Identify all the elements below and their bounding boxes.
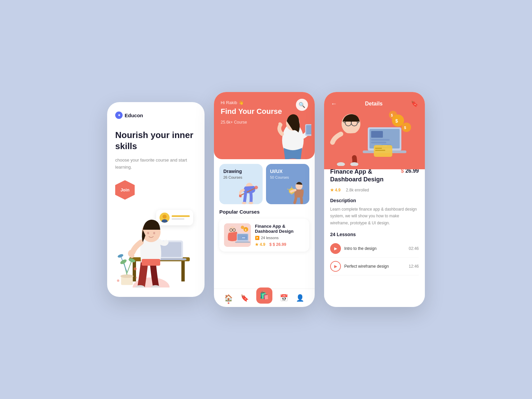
detail-body: Finance App & Dashboard Design $ 26.99 ★… bbox=[324, 161, 425, 307]
calendar-icon: 📅 bbox=[280, 294, 288, 302]
lessons-list: ▶ Intro to the design 02:46 ▶ Perfect wi… bbox=[330, 240, 419, 275]
svg-text:$: $ bbox=[395, 118, 398, 124]
svg-rect-39 bbox=[291, 194, 293, 195]
course-lessons: ▶️ 24 lessons bbox=[255, 236, 305, 240]
play-button-2[interactable]: ▶ bbox=[330, 261, 341, 272]
nav-shop[interactable]: 🛍️ bbox=[256, 287, 272, 304]
play-icon-1: ▶ bbox=[334, 246, 337, 251]
drawing-name: Drawing bbox=[223, 169, 259, 174]
phone-courses: Hi Rakib 👋 Find Your Course 25.6k+ Cours… bbox=[214, 92, 315, 307]
svg-rect-65 bbox=[371, 139, 390, 141]
illustration-area bbox=[115, 207, 196, 287]
svg-point-20 bbox=[120, 259, 127, 265]
nav-calendar[interactable]: 📅 bbox=[280, 294, 288, 302]
svg-point-36 bbox=[249, 202, 253, 204]
svg-text:$: $ bbox=[245, 228, 247, 231]
svg-line-18 bbox=[127, 262, 131, 273]
phone-details: ← Details 🔖 bbox=[324, 92, 425, 307]
phone-onboarding: ✦ Educon Nourish your inner skills choos… bbox=[107, 102, 205, 297]
course-info: Finance App & Dashboard Design ▶️ 24 les… bbox=[255, 224, 305, 247]
svg-text:$: $ bbox=[404, 126, 406, 130]
phones-container: ✦ Educon Nourish your inner skills choos… bbox=[107, 92, 425, 307]
course-name: Finance App & Dashboard Design bbox=[255, 224, 305, 234]
logo-text: Educon bbox=[125, 113, 143, 118]
svg-point-53 bbox=[241, 226, 244, 229]
description-heading: Description bbox=[330, 198, 419, 203]
header-person bbox=[274, 105, 311, 159]
svg-point-74 bbox=[389, 111, 397, 119]
svg-rect-66 bbox=[371, 142, 386, 143]
svg-rect-78 bbox=[375, 150, 385, 151]
lesson-item-2: ▶ Perfect wireframe design 12:46 bbox=[330, 258, 419, 275]
svg-point-24 bbox=[117, 279, 119, 282]
plant-decoration bbox=[115, 247, 139, 287]
detail-rating: ★ 4.9 bbox=[330, 188, 341, 192]
profile-icon: 👤 bbox=[296, 294, 304, 302]
price-value: $ $ 26.99 bbox=[269, 242, 286, 247]
subtitle: choose your favorite course and start le… bbox=[115, 157, 196, 171]
svg-point-35 bbox=[242, 202, 247, 204]
popular-title: Popular Courses bbox=[219, 209, 309, 215]
uiux-name: UI/UX bbox=[270, 169, 305, 174]
svg-point-30 bbox=[278, 122, 281, 125]
detail-illustration: PAY $ $ $ bbox=[324, 105, 413, 166]
svg-point-80 bbox=[350, 162, 358, 166]
svg-point-16 bbox=[121, 274, 134, 278]
svg-point-34 bbox=[255, 186, 258, 189]
svg-rect-77 bbox=[375, 148, 382, 149]
svg-point-12 bbox=[147, 232, 149, 234]
svg-point-72 bbox=[402, 123, 411, 132]
lessons-count: 24 lessons bbox=[261, 236, 279, 240]
nav-bookmark[interactable]: 🔖 bbox=[240, 294, 249, 302]
home-icon: 🏠 bbox=[224, 294, 233, 302]
svg-point-21 bbox=[128, 257, 136, 263]
play-button-1[interactable]: ▶ bbox=[330, 243, 341, 254]
svg-rect-50 bbox=[235, 241, 250, 243]
uiux-count: 50 Courses bbox=[270, 175, 305, 179]
bottom-nav: 🏠 🔖 🛍️ 📅 👤 bbox=[214, 289, 315, 307]
svg-text:$: $ bbox=[391, 114, 393, 117]
lesson-item-1: ▶ Intro to the design 02:46 bbox=[330, 240, 419, 258]
svg-rect-64 bbox=[371, 131, 383, 138]
svg-point-13 bbox=[153, 232, 155, 234]
svg-rect-14 bbox=[142, 259, 160, 266]
rating-value: ★ 4.9 bbox=[255, 242, 265, 247]
logo-icon: ✦ bbox=[115, 112, 123, 119]
category-uiux[interactable]: UI/UX 50 Courses bbox=[266, 164, 309, 204]
svg-line-41 bbox=[287, 189, 289, 190]
categories-row: Drawing 26 Courses bbox=[214, 159, 315, 209]
description-body: Learn complete finance app & dashboard d… bbox=[330, 206, 419, 226]
svg-point-22 bbox=[117, 254, 124, 258]
lesson-name-1: Intro to the design bbox=[344, 246, 405, 251]
courses-header: Hi Rakib 👋 Find Your Course 25.6k+ Cours… bbox=[214, 92, 315, 159]
enrolled-count: 2.8k enrolled bbox=[346, 188, 369, 192]
svg-point-25 bbox=[135, 277, 137, 278]
lessons-heading: 24 Lessons bbox=[330, 232, 419, 237]
shop-icon: 🛍️ bbox=[260, 291, 269, 300]
detail-course-title: Finance App & Dashboard Design bbox=[330, 168, 398, 184]
nav-home[interactable]: 🏠 bbox=[224, 294, 233, 302]
detail-header: ← Details 🔖 bbox=[324, 92, 425, 169]
svg-rect-29 bbox=[306, 125, 311, 134]
svg-text:PAY: PAY bbox=[242, 237, 246, 239]
drawing-illustration bbox=[239, 181, 263, 204]
svg-rect-76 bbox=[374, 145, 392, 157]
course-thumbnail: $ PAY bbox=[224, 223, 251, 247]
lesson-duration-2: 12:46 bbox=[409, 264, 419, 269]
uiux-illustration bbox=[286, 181, 309, 204]
category-drawing[interactable]: Drawing 26 Courses bbox=[219, 164, 263, 204]
course-thumb-illustration: $ PAY bbox=[224, 223, 251, 247]
greeting-text: Hi Rakib 👋 bbox=[221, 100, 308, 105]
play-icon-small: ▶️ bbox=[255, 236, 260, 240]
lesson-duration-1: 02:46 bbox=[409, 246, 419, 251]
logo-row: ✦ Educon bbox=[115, 112, 196, 119]
title-price-row: Finance App & Dashboard Design $ 26.99 bbox=[330, 168, 419, 184]
active-dot bbox=[228, 302, 229, 304]
nav-profile[interactable]: 👤 bbox=[296, 294, 304, 302]
lesson-name-2: Perfect wireframe design bbox=[344, 264, 405, 269]
popular-section: Popular Courses bbox=[214, 209, 315, 252]
headline: Nourish your inner skills bbox=[115, 130, 196, 151]
detail-stats: ★ 4.9 2.8k enrolled bbox=[330, 188, 419, 192]
svg-rect-4 bbox=[181, 261, 185, 281]
course-card[interactable]: $ PAY Finance App & Dashboard Design ▶️ … bbox=[219, 219, 309, 252]
